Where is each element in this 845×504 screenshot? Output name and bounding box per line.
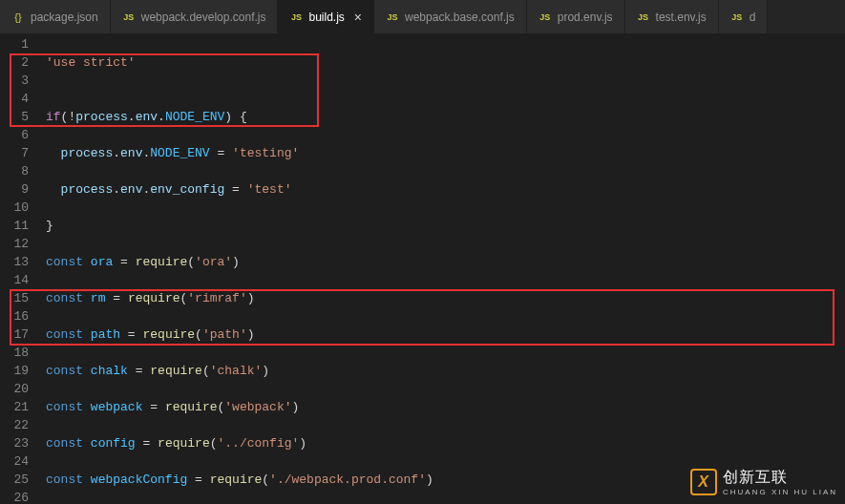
tab-label: webpack.develop.conf.js — [141, 10, 266, 24]
tab-label: package.json — [31, 10, 98, 24]
code-editor[interactable]: 1234567891011121314151617181920212223242… — [0, 33, 845, 504]
js-icon: JS — [637, 10, 650, 24]
tab-overflow[interactable]: JSd — [719, 0, 769, 33]
watermark-title: 创新互联 — [723, 468, 837, 488]
tab-package-json[interactable]: {}package.json — [0, 0, 111, 33]
watermark-logo-icon: X — [690, 469, 717, 495]
js-icon: JS — [539, 10, 552, 24]
tab-label: webpack.base.conf.js — [405, 10, 515, 24]
js-icon: JS — [289, 10, 303, 24]
tab-prod-env[interactable]: JSprod.env.js — [527, 0, 625, 33]
tab-label: build.js — [308, 10, 344, 24]
tab-label: test.env.js — [656, 10, 707, 24]
tab-bar: {}package.json JSwebpack.develop.conf.js… — [0, 0, 845, 33]
tab-webpack-base[interactable]: JSwebpack.base.conf.js — [374, 0, 527, 33]
tab-label: prod.env.js — [558, 10, 613, 24]
tab-webpack-develop[interactable]: JSwebpack.develop.conf.js — [111, 0, 279, 33]
js-icon: JS — [730, 10, 744, 24]
watermark-subtitle: CHUANG XIN HU LIAN — [723, 488, 837, 496]
js-icon: JS — [122, 10, 136, 24]
tab-test-env[interactable]: JStest.env.js — [625, 0, 719, 33]
json-icon: {} — [11, 10, 25, 24]
tab-label: d — [750, 10, 756, 24]
code-content[interactable]: 'use strict' if(!process.env.NODE_ENV) {… — [46, 33, 845, 504]
js-icon: JS — [386, 10, 399, 24]
watermark: X 创新互联 CHUANG XIN HU LIAN — [690, 468, 837, 496]
close-icon[interactable]: × — [354, 10, 362, 25]
line-number-gutter: 1234567891011121314151617181920212223242… — [0, 33, 46, 504]
tab-build-js[interactable]: JSbuild.js× — [278, 0, 374, 33]
